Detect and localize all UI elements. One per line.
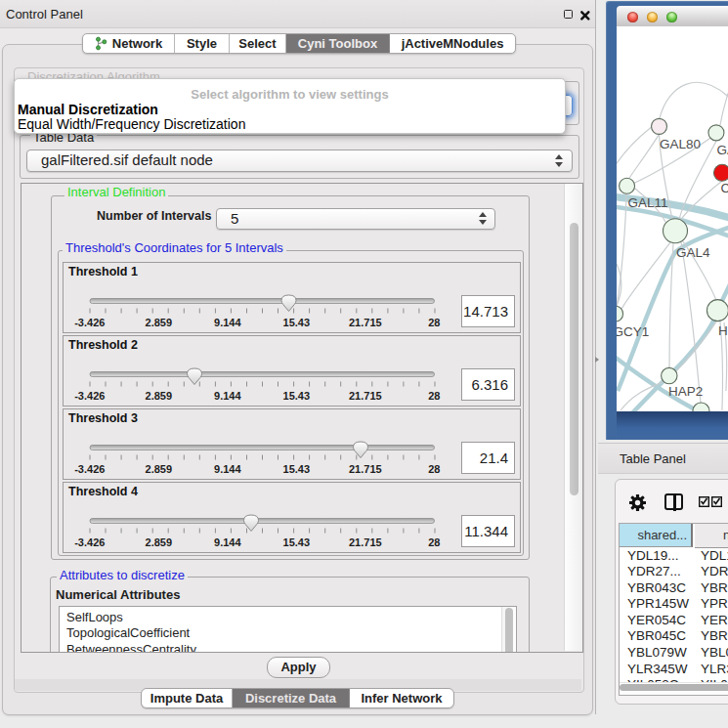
svg-text:15.43: 15.43 <box>283 317 311 328</box>
svg-text:21.715: 21.715 <box>349 536 382 548</box>
svg-text:HAP2: HAP2 <box>668 384 703 399</box>
svg-text:15.43: 15.43 <box>283 536 311 548</box>
svg-text:21.715: 21.715 <box>349 317 382 328</box>
svg-text:28: 28 <box>428 463 440 475</box>
svg-text:GAL4: GAL4 <box>676 245 710 260</box>
svg-text:15.43: 15.43 <box>283 463 311 475</box>
svg-text:28: 28 <box>428 390 440 402</box>
svg-text:21.715: 21.715 <box>349 463 382 475</box>
svg-text:-3.426: -3.426 <box>74 536 105 548</box>
svg-text:28: 28 <box>428 536 440 548</box>
svg-text:21.715: 21.715 <box>349 390 382 402</box>
svg-text:HI: HI <box>718 323 728 338</box>
svg-text:GCY1: GCY1 <box>617 324 649 339</box>
svg-text:2.859: 2.859 <box>146 463 173 475</box>
svg-text:28: 28 <box>428 317 440 328</box>
svg-text:CR: CR <box>720 181 728 195</box>
svg-text:2.859: 2.859 <box>146 536 173 548</box>
svg-text:9.144: 9.144 <box>214 536 241 548</box>
svg-text:9.144: 9.144 <box>214 317 241 328</box>
svg-text:GAL80: GAL80 <box>660 137 701 151</box>
svg-text:-3.426: -3.426 <box>74 463 105 475</box>
svg-text:GAL11: GAL11 <box>628 195 668 210</box>
svg-text:2.859: 2.859 <box>146 390 173 402</box>
svg-text:15.43: 15.43 <box>283 390 311 402</box>
svg-text:-3.426: -3.426 <box>74 390 105 402</box>
svg-text:GA: GA <box>716 143 728 157</box>
svg-text:-3.426: -3.426 <box>74 317 105 328</box>
svg-text:2.859: 2.859 <box>146 317 173 328</box>
svg-text:9.144: 9.144 <box>214 463 241 475</box>
svg-text:9.144: 9.144 <box>214 390 241 402</box>
